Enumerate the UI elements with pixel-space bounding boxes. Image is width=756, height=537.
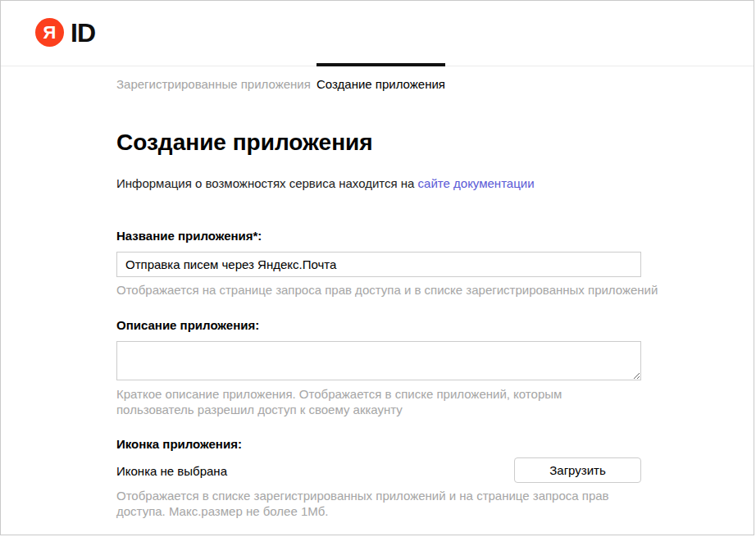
tab-create-application-label: Создание приложения xyxy=(317,77,445,91)
app-description-label: Описание приложения: xyxy=(116,318,259,333)
app-description-help: Краткое описание приложения. Отображаетс… xyxy=(116,386,641,417)
upload-icon-button[interactable]: Загрузить xyxy=(514,457,641,483)
app-name-help: Отображается на странице запроса прав до… xyxy=(116,282,658,298)
tab-registered-applications[interactable]: Зарегистрированные приложения xyxy=(116,77,311,92)
intro-text: Информация о возможностях сервиса находи… xyxy=(116,175,535,192)
app-icon-help: Отображается в списке зарегистрированных… xyxy=(116,488,654,519)
app-description-textarea[interactable] xyxy=(116,341,641,380)
application-create-page: Я ID Зарегистрированные приложения Созда… xyxy=(0,0,754,535)
app-name-label: Название приложения*: xyxy=(116,229,262,243)
app-icon-status: Иконка не выбрана xyxy=(116,464,227,479)
yandex-logo-letter: Я xyxy=(43,24,57,42)
intro-text-static: Информация о возможностях сервиса находи… xyxy=(116,176,418,190)
documentation-link[interactable]: сайте документации xyxy=(418,176,535,190)
page-title: Создание приложения xyxy=(116,130,373,156)
active-tab-indicator xyxy=(317,63,445,66)
app-icon-label: Иконка приложения: xyxy=(116,437,242,452)
yandex-id-logo[interactable]: Я ID xyxy=(35,18,95,47)
app-name-input[interactable] xyxy=(116,252,641,277)
yandex-logo-icon: Я xyxy=(35,18,64,47)
yandex-id-wordmark: ID xyxy=(71,20,95,46)
tab-create-application[interactable]: Создание приложения xyxy=(317,77,445,92)
